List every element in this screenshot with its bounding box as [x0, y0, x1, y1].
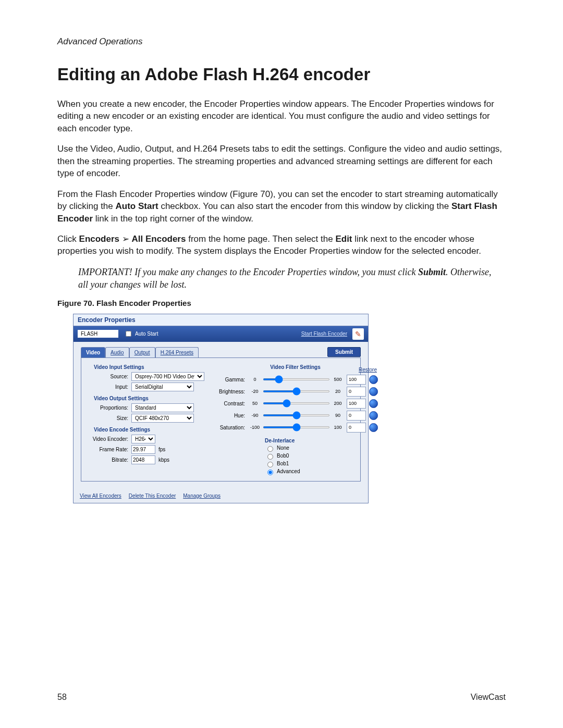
section-video-input: Video Input Settings	[94, 364, 204, 370]
saturation-row: Saturation: -100 100	[213, 423, 378, 433]
saturation-reset-icon[interactable]	[369, 423, 378, 432]
label-brightness: Brightness:	[213, 389, 248, 394]
brightness-row: Brightness: -20 20	[213, 387, 378, 397]
unit-kbps: kbps	[155, 457, 169, 463]
start-flash-encoder-link[interactable]: Start Flash Encoder	[301, 331, 347, 337]
contrast-reset-icon[interactable]	[369, 399, 378, 408]
tab-output[interactable]: Output	[129, 347, 155, 357]
body-paragraph-1: When you create a new encoder, the Encod…	[57, 98, 506, 134]
window-title: Encoder Properties	[74, 314, 368, 326]
tab-audio[interactable]: Audio	[105, 347, 129, 357]
body-paragraph-3: From the Flash Encoder Properties window…	[57, 188, 506, 225]
input-select[interactable]: SerialDigital	[131, 382, 194, 391]
label-hue: Hue:	[213, 413, 248, 418]
manage-groups-link[interactable]: Manage Groups	[183, 493, 221, 499]
deinterlace-bob1-label: Bob1	[277, 461, 289, 466]
label-source: Source:	[87, 374, 131, 379]
bold-auto-start: Auto Start	[116, 201, 158, 211]
hue-min: -90	[248, 413, 262, 418]
gamma-slider[interactable]	[263, 378, 330, 380]
body-paragraph-2: Use the Video, Audio, Output, and H.264 …	[57, 143, 506, 179]
deinterlace-bob1-radio[interactable]	[267, 462, 273, 467]
video-encoder-select[interactable]: H264	[131, 435, 155, 443]
bold-edit: Edit	[335, 234, 352, 244]
text: checkbox. You can also start the encoder…	[158, 201, 451, 211]
hue-max: 90	[331, 413, 345, 418]
unit-fps: fps	[155, 447, 165, 452]
label-gamma: Gamma:	[213, 377, 248, 382]
bottom-links: View All Encoders Delete This Encoder Ma…	[74, 489, 368, 503]
gamma-reset-icon[interactable]	[369, 375, 378, 384]
running-header: Advanced Operations	[57, 36, 506, 47]
auto-start-input[interactable]	[126, 331, 131, 337]
footer-brand: ViewCast	[471, 693, 506, 702]
section-video-encode: Video Encode Settings	[94, 427, 204, 433]
contrast-value[interactable]	[347, 399, 366, 409]
encoder-properties-window: Encoder Properties FLASH Auto Start Star…	[73, 314, 369, 503]
page-title: Editing an Adobe Flash H.264 encoder	[57, 65, 506, 84]
bitrate-field[interactable]	[131, 455, 155, 464]
size-select[interactable]: QCIF 480x270	[131, 414, 194, 423]
bold-submit: Submit	[418, 267, 446, 277]
bold-encoders: Encoders	[79, 234, 119, 244]
delete-this-encoder-link[interactable]: Delete This Encoder	[129, 493, 176, 499]
deinterlace-group: De-Interlace None Bob0 Bob1 Advanced	[213, 438, 378, 475]
figure-caption: Figure 70. Flash Encoder Properties	[57, 299, 506, 307]
title-bar: FLASH Auto Start Start Flash Encoder ✎	[74, 326, 368, 342]
saturation-max: 100	[331, 425, 345, 430]
gamma-value[interactable]	[347, 375, 366, 385]
deinterlace-advanced-radio[interactable]	[267, 470, 273, 475]
contrast-min: 50	[248, 401, 262, 406]
text: link in the top right corner of the wind…	[93, 214, 253, 224]
label-size: Size:	[87, 415, 131, 421]
source-select[interactable]: Osprey-700 HD Video Device 1	[131, 372, 204, 381]
deinterlace-none-label: None	[277, 445, 289, 451]
submit-button[interactable]: Submit	[327, 347, 361, 357]
encoder-name-field[interactable]: FLASH	[78, 330, 118, 338]
section-video-output: Video Output Settings	[94, 396, 204, 401]
deinterlace-advanced-label: Advanced	[277, 468, 300, 474]
body-paragraph-4: Click Encoders ➢ All Encoders from the h…	[57, 233, 506, 257]
saturation-value[interactable]	[347, 423, 366, 433]
tab-presets[interactable]: H.264 Presets	[155, 347, 199, 357]
saturation-min: -100	[248, 425, 262, 430]
tab-video[interactable]: Video	[81, 347, 105, 357]
label-proportions: Proportions:	[87, 405, 131, 411]
brightness-min: -20	[248, 389, 262, 394]
deinterlace-heading: De-Interlace	[265, 438, 378, 443]
label-bitrate: Bitrate:	[87, 457, 131, 463]
tool-icon[interactable]: ✎	[352, 328, 364, 340]
contrast-max: 200	[331, 401, 345, 406]
hue-slider[interactable]	[263, 414, 330, 416]
text: Click	[57, 234, 79, 244]
deinterlace-bob0-radio[interactable]	[267, 454, 273, 460]
gamma-row: Gamma: 0 500	[213, 375, 378, 385]
brightness-reset-icon[interactable]	[369, 387, 378, 396]
proportions-select[interactable]: Standard	[131, 403, 194, 412]
brightness-max: 20	[331, 389, 345, 394]
important-note: IMPORTANT! If you make any changes to th…	[78, 266, 506, 291]
auto-start-label: Auto Start	[135, 331, 158, 337]
text: from the home page. Then select the	[186, 234, 335, 244]
bold-all-encoders: All Encoders	[132, 234, 186, 244]
hue-value[interactable]	[347, 411, 366, 421]
view-all-encoders-link[interactable]: View All Encoders	[80, 493, 121, 499]
frame-rate-field[interactable]	[131, 445, 155, 454]
label-frame-rate: Frame Rate:	[87, 447, 131, 452]
gamma-max: 500	[331, 377, 345, 382]
contrast-row: Contrast: 50 200	[213, 399, 378, 409]
label-saturation: Saturation:	[213, 425, 248, 430]
label-contrast: Contrast:	[213, 401, 248, 406]
arrow-icon: ➢	[122, 234, 129, 244]
deinterlace-bob0-label: Bob0	[277, 453, 289, 459]
brightness-slider[interactable]	[263, 390, 330, 392]
contrast-slider[interactable]	[263, 402, 330, 404]
hue-reset-icon[interactable]	[369, 411, 378, 420]
label-input: Input:	[87, 384, 131, 390]
auto-start-checkbox[interactable]: Auto Start	[124, 329, 158, 338]
brightness-value[interactable]	[347, 387, 366, 397]
hue-row: Hue: -90 90	[213, 411, 378, 421]
deinterlace-none-radio[interactable]	[267, 446, 273, 452]
saturation-slider[interactable]	[263, 426, 330, 428]
text: IMPORTANT! If you make any changes to th…	[78, 267, 418, 277]
